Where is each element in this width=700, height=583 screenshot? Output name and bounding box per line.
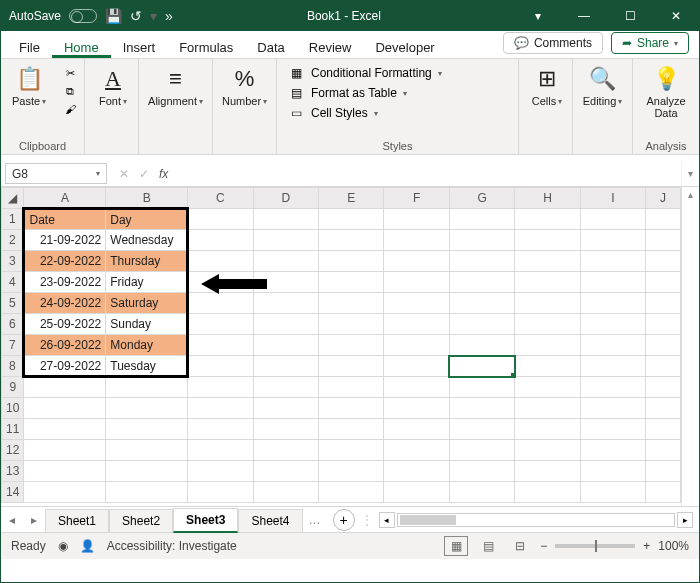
cell-E7[interactable] [318, 335, 383, 356]
col-header-G[interactable]: G [449, 188, 514, 209]
macro-record-icon[interactable]: ◉ [58, 539, 68, 553]
cell-H8[interactable] [515, 356, 580, 377]
cell-I14[interactable] [580, 482, 645, 503]
cell-J6[interactable] [646, 314, 681, 335]
cell-A1[interactable]: Date [24, 209, 106, 230]
sheet-nav-next[interactable]: ▸ [23, 513, 45, 527]
formula-input[interactable] [176, 161, 681, 186]
close-button[interactable]: ✕ [653, 1, 699, 31]
cell-D6[interactable] [253, 314, 318, 335]
qat-overflow-icon[interactable]: » [165, 8, 173, 24]
cell-G8[interactable] [449, 356, 514, 377]
cell-F9[interactable] [384, 377, 449, 398]
cell-B12[interactable] [106, 440, 188, 461]
tab-review[interactable]: Review [297, 35, 364, 58]
format-painter-button[interactable]: 🖌 [61, 103, 79, 117]
cell-A11[interactable] [24, 419, 106, 440]
tab-file[interactable]: File [7, 35, 52, 58]
cell-I9[interactable] [580, 377, 645, 398]
cell-F6[interactable] [384, 314, 449, 335]
horizontal-scrollbar[interactable]: ◂ ▸ [373, 512, 700, 528]
cell-F11[interactable] [384, 419, 449, 440]
cell-D3[interactable] [253, 251, 318, 272]
cell-I7[interactable] [580, 335, 645, 356]
cell-E5[interactable] [318, 293, 383, 314]
col-header-H[interactable]: H [515, 188, 580, 209]
cell-F14[interactable] [384, 482, 449, 503]
cell-F13[interactable] [384, 461, 449, 482]
cell-D1[interactable] [253, 209, 318, 230]
cell-I10[interactable] [580, 398, 645, 419]
cell-F3[interactable] [384, 251, 449, 272]
sheet-tab-4[interactable]: Sheet4 [238, 509, 302, 532]
cell-J9[interactable] [646, 377, 681, 398]
col-header-F[interactable]: F [384, 188, 449, 209]
cell-E6[interactable] [318, 314, 383, 335]
cell-E12[interactable] [318, 440, 383, 461]
cell-styles-button[interactable]: ▭ Cell Styles ▾ [283, 103, 512, 123]
editing-button[interactable]: 🔍 Editing▾ [579, 63, 626, 109]
cell-H11[interactable] [515, 419, 580, 440]
row-header-11[interactable]: 11 [2, 419, 24, 440]
hscroll-right[interactable]: ▸ [677, 512, 693, 528]
cell-C5[interactable] [188, 293, 253, 314]
cell-A10[interactable] [24, 398, 106, 419]
cell-G2[interactable] [449, 230, 514, 251]
paste-button[interactable]: 📋 Paste▾ [7, 63, 51, 109]
row-header-8[interactable]: 8 [2, 356, 24, 377]
select-all-corner[interactable]: ◢ [2, 188, 24, 209]
cell-G12[interactable] [449, 440, 514, 461]
save-icon[interactable]: 💾 [105, 8, 122, 24]
cell-C7[interactable] [188, 335, 253, 356]
col-header-A[interactable]: A [24, 188, 106, 209]
zoom-out-button[interactable]: − [540, 539, 547, 553]
cell-C1[interactable] [188, 209, 253, 230]
view-page-break[interactable]: ⊟ [508, 536, 532, 556]
cell-C11[interactable] [188, 419, 253, 440]
comments-button[interactable]: 💬 Comments [503, 32, 603, 54]
cell-C12[interactable] [188, 440, 253, 461]
cell-E10[interactable] [318, 398, 383, 419]
sheet-tab-1[interactable]: Sheet1 [45, 509, 109, 532]
cell-B13[interactable] [106, 461, 188, 482]
zoom-in-button[interactable]: + [643, 539, 650, 553]
hscroll-left[interactable]: ◂ [379, 512, 395, 528]
sheet-tab-3[interactable]: Sheet3 [173, 508, 238, 533]
col-header-D[interactable]: D [253, 188, 318, 209]
cell-I6[interactable] [580, 314, 645, 335]
cell-B2[interactable]: Wednesday [106, 230, 188, 251]
cell-B14[interactable] [106, 482, 188, 503]
cell-G4[interactable] [449, 272, 514, 293]
cell-J2[interactable] [646, 230, 681, 251]
cells-button[interactable]: ⊞ Cells▾ [525, 63, 569, 109]
cell-G13[interactable] [449, 461, 514, 482]
cell-J1[interactable] [646, 209, 681, 230]
cell-I2[interactable] [580, 230, 645, 251]
cell-A8[interactable]: 27-09-2022 [24, 356, 106, 377]
cell-G7[interactable] [449, 335, 514, 356]
cell-J12[interactable] [646, 440, 681, 461]
cell-D10[interactable] [253, 398, 318, 419]
tab-data[interactable]: Data [245, 35, 296, 58]
col-header-C[interactable]: C [188, 188, 253, 209]
cell-H2[interactable] [515, 230, 580, 251]
cell-I5[interactable] [580, 293, 645, 314]
cell-A4[interactable]: 23-09-2022 [24, 272, 106, 293]
tab-formulas[interactable]: Formulas [167, 35, 245, 58]
cell-G11[interactable] [449, 419, 514, 440]
row-header-14[interactable]: 14 [2, 482, 24, 503]
zoom-value[interactable]: 100% [658, 539, 689, 553]
alignment-button[interactable]: ≡ Alignment▾ [145, 63, 206, 109]
cell-E14[interactable] [318, 482, 383, 503]
cell-F2[interactable] [384, 230, 449, 251]
accessibility-status[interactable]: Accessibility: Investigate [107, 539, 237, 553]
cell-C9[interactable] [188, 377, 253, 398]
cell-H5[interactable] [515, 293, 580, 314]
cell-F7[interactable] [384, 335, 449, 356]
cell-J11[interactable] [646, 419, 681, 440]
cell-G10[interactable] [449, 398, 514, 419]
name-box-dropdown-icon[interactable]: ▾ [96, 169, 100, 178]
cell-H10[interactable] [515, 398, 580, 419]
enter-formula-icon[interactable]: ✓ [139, 167, 149, 181]
row-header-13[interactable]: 13 [2, 461, 24, 482]
